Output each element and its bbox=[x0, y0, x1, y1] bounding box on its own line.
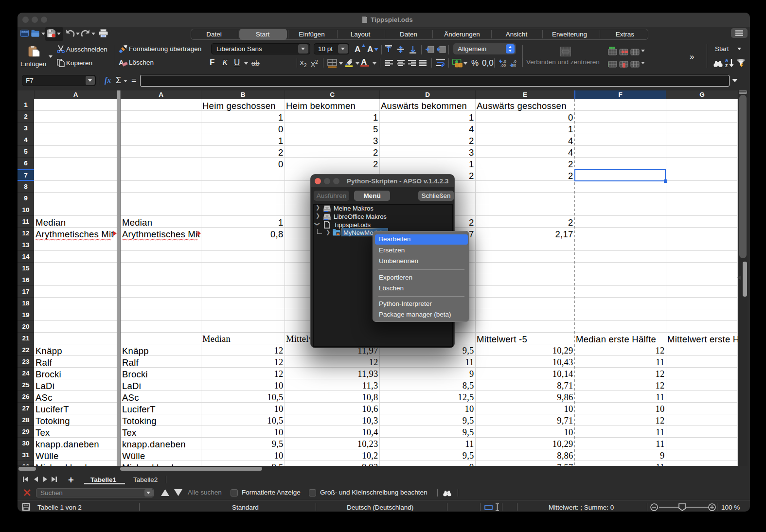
svg-text:z: z bbox=[725, 62, 728, 68]
svg-text:,00: ,00 bbox=[500, 63, 506, 67]
